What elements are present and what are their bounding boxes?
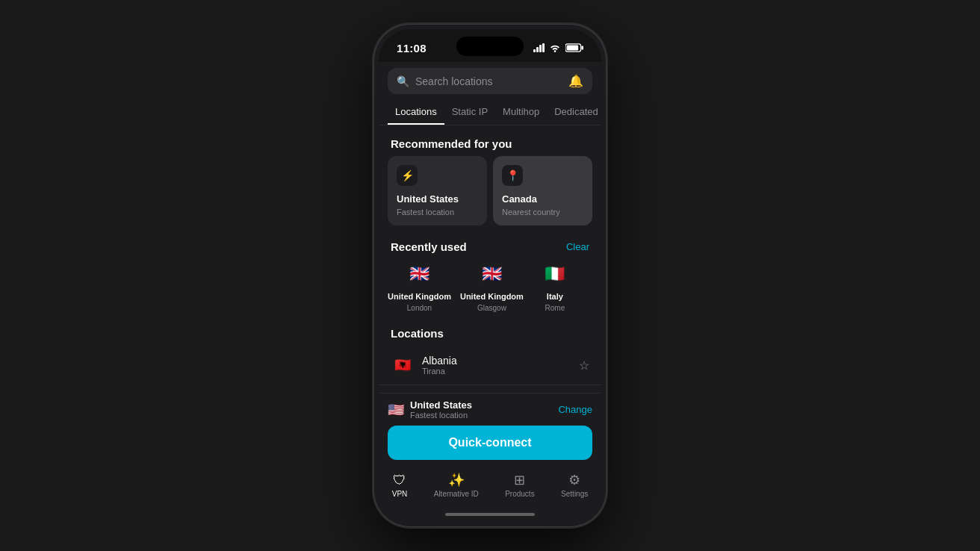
recently-used-title: Recently used [391,240,467,253]
current-location-sub: Fastest location [410,411,552,420]
status-time: 11:08 [397,42,427,55]
bell-icon[interactable]: 🔔 [568,74,583,88]
settings-icon: ⚙ [568,472,580,488]
wifi-icon [549,43,561,52]
recent-item-italy-rome[interactable]: 🇮🇹 Italy Rome [533,259,577,312]
nav-settings[interactable]: ⚙ Settings [561,472,588,498]
recommended-card-us[interactable]: ⚡ United States Fastest location [388,156,487,225]
nav-vpn-label: VPN [392,490,408,498]
italy-rome-flag: 🇮🇹 [540,259,570,289]
search-icon: 🔍 [397,75,409,87]
albania-favorite-icon[interactable]: ☆ [579,358,589,373]
clear-button[interactable]: Clear [566,241,589,252]
tab-dedicated-ip[interactable]: Dedicated IP [547,100,601,125]
current-location: 🇺🇸 United States Fastest location Change [388,399,592,420]
recommended-header: Recommended for you [379,131,601,156]
uk-glasgow-city: Glasgow [477,304,506,312]
italy-rome-city: Rome [545,304,565,312]
change-button[interactable]: Change [558,404,592,415]
italy-rome-country: Italy [547,292,563,301]
uk-glasgow-flag: 🇬🇧 [477,259,506,289]
location-algeria[interactable]: 🇩🇿 Algeria Algiers · Virtual location ☆ [379,385,601,393]
uk-london-country: United Kingdom [388,292,451,301]
nav-alt-label: Alternative ID [434,490,479,498]
rec-canada-name: Canada [502,193,583,205]
current-location-name: United States [410,399,552,411]
tab-locations[interactable]: Locations [388,100,444,125]
nav-vpn[interactable]: 🛡 VPN [392,473,408,498]
search-bar[interactable]: 🔍 Search locations 🔔 [388,68,592,94]
rec-us-sub: Fastest location [397,208,478,217]
recent-item-uk-glasgow[interactable]: 🇬🇧 United Kingdom Glasgow [460,259,524,312]
nav-alternative-id[interactable]: ✨ Alternative ID [434,472,479,498]
phone-screen: 11:08 [379,29,601,522]
canada-nearest-icon: 📍 [502,165,523,186]
locations-header: Locations [379,321,601,346]
tabs-bar: Locations Static IP Multihop Dedicated I… [379,100,601,125]
recently-used-header: Recently used Clear [379,234,601,259]
tab-static-ip[interactable]: Static IP [444,100,495,125]
us-fastest-icon: ⚡ [397,165,418,186]
recent-item-uk-london[interactable]: 🇬🇧 United Kingdom London [388,259,451,312]
albania-info: Albania Tirana [422,355,571,376]
rec-canada-sub: Nearest country [502,208,583,217]
alternative-id-icon: ✨ [448,472,465,488]
quick-connect-button[interactable]: Quick-connect [388,426,592,460]
products-icon: ⊞ [514,472,525,488]
nav-settings-label: Settings [561,490,588,498]
nav-products[interactable]: ⊞ Products [505,472,534,498]
svg-rect-3 [567,46,578,51]
scroll-content: Recommended for you ⚡ United States Fast… [379,131,601,393]
albania-flag: 🇦🇱 [391,353,415,377]
current-location-flag: 🇺🇸 [388,402,404,418]
vpn-icon: 🛡 [393,473,406,488]
uk-glasgow-country: United Kingdom [460,292,524,301]
app-content: 🔍 Search locations 🔔 Locations Static IP… [379,62,601,522]
tab-multihop[interactable]: Multihop [495,100,547,125]
svg-rect-2 [581,46,583,49]
albania-city: Tirana [422,367,571,376]
svg-point-0 [554,50,556,52]
battery-icon [565,43,583,52]
search-placeholder[interactable]: Search locations [415,75,562,87]
status-icons [533,43,583,52]
signal-icon [533,43,545,52]
dynamic-island [456,37,524,56]
phone-frame: 11:08 [374,25,606,526]
uk-london-city: London [407,304,432,312]
bottom-bar: 🇺🇸 United States Fastest location Change… [379,393,601,466]
location-albania[interactable]: 🇦🇱 Albania Tirana ☆ [379,346,601,385]
recommended-grid: ⚡ United States Fastest location 📍 Canad… [379,156,601,234]
uk-london-flag: 🇬🇧 [404,259,434,289]
recent-items-list: 🇬🇧 United Kingdom London 🇬🇧 United Kingd… [379,259,601,321]
home-indicator [445,513,535,516]
rec-us-name: United States [397,193,478,205]
current-location-info: United States Fastest location [410,399,552,420]
recommended-card-canada[interactable]: 📍 Canada Nearest country [493,156,592,225]
nav-products-label: Products [505,490,534,498]
nav-bar: 🛡 VPN ✨ Alternative ID ⊞ Products ⚙ Sett… [379,466,601,510]
albania-name: Albania [422,355,571,367]
